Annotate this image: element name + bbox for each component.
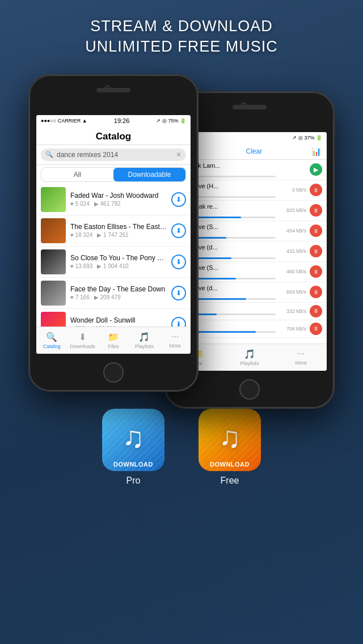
nav-files-label: Files <box>108 344 119 349</box>
page-header: STREAM & DOWNLOAD UNLIMITED FREE MUSIC <box>0 0 363 57</box>
left-phone-screen: ●●●○○ CARRIER ▲ 19:26 ↗ ◎ 75% 🔋 Catalog … <box>36 115 191 354</box>
app-label-download-free: DOWNLOAD <box>199 457 261 471</box>
downloads-icon: ⬇ <box>79 332 86 342</box>
pause-btn-3[interactable]: ⏸ <box>310 224 322 237</box>
song-likes-0: ♥ 5 024 <box>70 201 90 207</box>
phones-section: ●●●○○ CARRIER ▲ 19:26 ↗ ◎ 75% 🔋 Catalog … <box>0 63 363 397</box>
nav-more-right[interactable]: ··· More <box>275 344 327 371</box>
song-plays-1: ▶ 1 747 261 <box>97 232 128 238</box>
app-item-pro[interactable]: ♫ DOWNLOAD Pro <box>102 409 164 486</box>
download-btn-1[interactable]: ⬇ <box>171 223 186 238</box>
files-icon: 📁 <box>108 332 119 342</box>
download-btn-0[interactable]: ⬇ <box>171 192 186 207</box>
pause-btn-8[interactable]: ⏸ <box>310 323 322 335</box>
song-plays-0: ▶ 461 792 <box>94 201 121 207</box>
song-title-0: Faded War - Josh Woodward <box>70 192 167 200</box>
song-title-4: Wonder Doll - Sunwill <box>70 316 167 324</box>
filter-downloadable[interactable]: Downloadable <box>113 168 185 181</box>
search-clear-icon[interactable]: ✕ <box>176 151 182 159</box>
list-item[interactable]: The Easton Ellises - The Easto... ♥ 18 3… <box>36 215 191 247</box>
app-item-free[interactable]: ♫ DOWNLOAD Free <box>199 409 261 486</box>
dl-speed-2: 825 kB/s <box>279 207 306 213</box>
nav-catalog[interactable]: 🔍 Catalog <box>36 327 67 354</box>
playlists-icon-right: 🎵 <box>244 349 255 359</box>
nav-files[interactable]: 📁 Files <box>98 327 129 354</box>
left-phone: ●●●○○ CARRIER ▲ 19:26 ↗ ◎ 75% 🔋 Catalog … <box>28 74 199 392</box>
speaker-left <box>96 88 130 92</box>
dl-speed-1: 0 kB/s <box>279 187 306 193</box>
dl-speed-6: 654 kB/s <box>279 289 306 295</box>
song-likes-1: ♥ 18 324 <box>70 232 92 238</box>
dl-speed-4: 431 kB/s <box>279 248 306 254</box>
dl-speed-7: 332 kB/s <box>279 308 306 314</box>
time-left: 19:26 <box>114 117 130 124</box>
battery-left: ↗ ◎ 75% 🔋 <box>156 118 186 124</box>
pause-btn-5[interactable]: ⏸ <box>310 265 322 278</box>
header-title: STREAM & DOWNLOAD UNLIMITED FREE MUSIC <box>0 16 363 57</box>
bottom-nav-left: 🔍 Catalog ⬇ Downloads 📁 Files 🎵 Playlist… <box>36 327 191 354</box>
battery-right: ↗ ◎ 37% 🔋 <box>292 135 322 141</box>
search-icon: 🔍 <box>45 151 53 158</box>
song-plays-2: ▶ 1 004 410 <box>97 263 128 269</box>
nav-playlists-right[interactable]: 🎵 Playlists <box>224 344 276 371</box>
pause-btn-6[interactable]: ⏸ <box>310 286 322 298</box>
chart-icon: 📊 <box>311 147 321 156</box>
home-button-right[interactable] <box>239 379 260 400</box>
status-bar-left: ●●●○○ CARRIER ▲ 19:26 ↗ ◎ 75% 🔋 <box>36 115 191 126</box>
list-item[interactable]: Face the Day - The Ease Down ♥ 7 166 ▶ 2… <box>36 278 191 309</box>
list-item[interactable]: So Close To You - The Pony Pi... ♥ 13 69… <box>36 247 191 278</box>
nav-playlists-label: Playlists <box>135 344 154 349</box>
nav-catalog-label: Catalog <box>43 344 61 349</box>
app-label-download-pro: DOWNLOAD <box>102 457 164 471</box>
pause-btn-2[interactable]: ⏸ <box>310 204 322 217</box>
app-name-pro: Pro <box>126 476 141 486</box>
download-btn-2[interactable]: ⬇ <box>171 255 186 269</box>
list-item[interactable]: Faded War - Josh Woodward ♥ 5 024 ▶ 461 … <box>36 184 191 215</box>
dl-speed-5: 460 kB/s <box>279 269 306 274</box>
song-thumb-0 <box>41 187 66 212</box>
dl-speed-8: 706 kB/s <box>279 326 306 332</box>
filter-tabs: All Downloadable <box>41 167 186 182</box>
play-btn-0[interactable]: ▶ <box>310 163 322 176</box>
pause-btn-7[interactable]: ⏸ <box>310 305 322 317</box>
home-button-left[interactable] <box>103 362 124 383</box>
nav-more[interactable]: ··· More <box>160 327 191 354</box>
nav-playlists-right-label: Playlists <box>240 361 259 366</box>
apps-section: ♫ DOWNLOAD Pro ♫ DOWNLOAD Free <box>0 409 363 486</box>
music-note-free-icon: ♫ <box>219 420 241 454</box>
nav-more-right-label: More <box>295 360 307 366</box>
song-title-3: Face the Day - The Ease Down <box>70 285 167 293</box>
more-icon-right: ··· <box>297 349 305 359</box>
song-title-1: The Easton Ellises - The Easto... <box>70 223 167 231</box>
song-thumb-2 <box>41 249 66 274</box>
song-title-2: So Close To You - The Pony Pi... <box>70 254 167 262</box>
app-icon-pro[interactable]: ♫ DOWNLOAD <box>102 409 164 471</box>
filter-all[interactable]: All <box>41 168 113 181</box>
search-bar: 🔍 dance remixes 2014 ✕ <box>36 145 191 165</box>
song-likes-2: ♥ 13 693 <box>70 263 92 269</box>
pause-btn-1[interactable]: ⏸ <box>310 184 322 196</box>
carrier-text: ●●●○○ CARRIER ▲ <box>41 118 87 124</box>
speaker-right <box>233 105 267 109</box>
music-note-pro-icon: ♫ <box>123 420 145 454</box>
nav-playlists[interactable]: 🎵 Playlists <box>129 327 159 354</box>
playlists-icon: 🎵 <box>138 332 150 342</box>
search-query: dance remixes 2014 <box>57 151 172 159</box>
catalog-icon: 🔍 <box>46 332 57 342</box>
song-plays-3: ▶ 209 479 <box>94 294 121 300</box>
nav-downloads-label: Downloads <box>70 344 95 349</box>
song-likes-3: ♥ 7 166 <box>70 294 90 300</box>
nav-more-label: More <box>170 343 182 349</box>
nav-downloads[interactable]: ⬇ Downloads <box>67 327 98 354</box>
more-icon: ··· <box>171 332 179 342</box>
app-icon-free[interactable]: ♫ DOWNLOAD <box>199 409 261 471</box>
clear-button[interactable]: Clear <box>246 147 263 155</box>
catalog-title: Catalog <box>36 126 191 145</box>
pause-btn-4[interactable]: ⏸ <box>310 245 322 257</box>
song-thumb-3 <box>41 281 66 306</box>
dl-speed-3: 454 kB/s <box>279 228 306 234</box>
song-thumb-1 <box>41 218 66 243</box>
app-name-free: Free <box>221 476 239 486</box>
download-btn-3[interactable]: ⬇ <box>171 286 186 300</box>
